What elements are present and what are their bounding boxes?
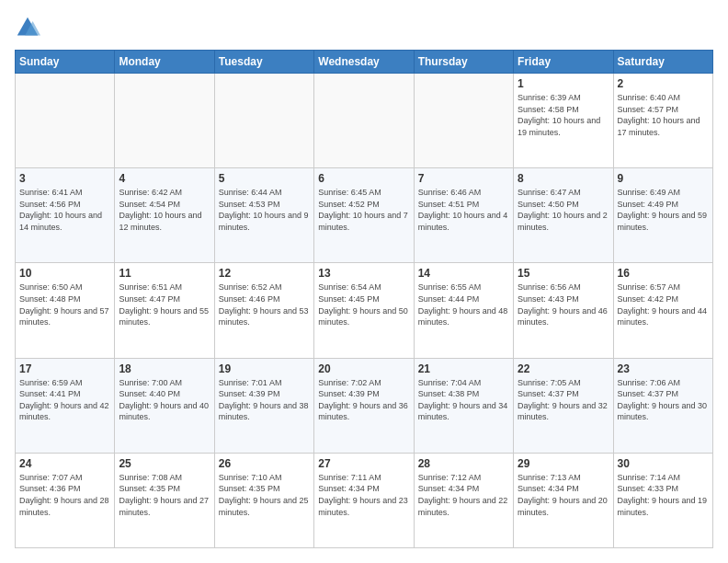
day-number: 12 xyxy=(219,267,310,280)
day-info: Sunrise: 6:55 AM Sunset: 4:44 PM Dayligh… xyxy=(418,282,509,327)
day-info: Sunrise: 7:14 AM Sunset: 4:33 PM Dayligh… xyxy=(618,472,709,518)
day-info: Sunrise: 7:10 AM Sunset: 4:35 PM Dayligh… xyxy=(219,472,310,518)
day-number: 26 xyxy=(219,457,310,470)
day-info: Sunrise: 6:45 AM Sunset: 4:52 PM Dayligh… xyxy=(318,187,409,233)
day-info: Sunrise: 7:02 AM Sunset: 4:39 PM Dayligh… xyxy=(318,377,409,423)
day-number: 1 xyxy=(518,77,609,90)
day-number: 30 xyxy=(618,457,709,470)
calendar-table: SundayMondayTuesdayWednesdayThursdayFrid… xyxy=(15,50,713,548)
calendar-cell: 13Sunrise: 6:54 AM Sunset: 4:45 PM Dayli… xyxy=(314,263,414,358)
day-header-tuesday: Tuesday xyxy=(214,51,313,74)
calendar-cell xyxy=(16,74,115,168)
day-header-saturday: Saturday xyxy=(613,51,712,74)
day-info: Sunrise: 7:07 AM Sunset: 4:36 PM Dayligh… xyxy=(19,472,110,518)
calendar-cell: 20Sunrise: 7:02 AM Sunset: 4:39 PM Dayli… xyxy=(314,358,414,453)
week-row-4: 17Sunrise: 6:59 AM Sunset: 4:41 PM Dayli… xyxy=(16,358,713,453)
calendar-cell: 6Sunrise: 6:45 AM Sunset: 4:52 PM Daylig… xyxy=(314,168,414,263)
week-row-5: 24Sunrise: 7:07 AM Sunset: 4:36 PM Dayli… xyxy=(16,453,713,547)
day-number: 4 xyxy=(119,172,210,185)
day-info: Sunrise: 6:49 AM Sunset: 4:49 PM Dayligh… xyxy=(618,187,709,233)
day-number: 18 xyxy=(119,362,210,375)
day-number: 24 xyxy=(19,457,110,470)
day-info: Sunrise: 7:06 AM Sunset: 4:37 PM Dayligh… xyxy=(618,377,709,423)
calendar-cell: 27Sunrise: 7:11 AM Sunset: 4:34 PM Dayli… xyxy=(314,453,414,547)
day-number: 29 xyxy=(518,457,609,470)
calendar-header-row: SundayMondayTuesdayWednesdayThursdayFrid… xyxy=(16,51,713,74)
day-info: Sunrise: 6:46 AM Sunset: 4:51 PM Dayligh… xyxy=(418,187,509,233)
calendar-cell: 30Sunrise: 7:14 AM Sunset: 4:33 PM Dayli… xyxy=(613,453,712,547)
day-number: 11 xyxy=(119,267,210,280)
day-info: Sunrise: 7:00 AM Sunset: 4:40 PM Dayligh… xyxy=(119,377,210,423)
day-number: 3 xyxy=(19,172,110,185)
day-info: Sunrise: 6:50 AM Sunset: 4:48 PM Dayligh… xyxy=(19,282,110,327)
day-info: Sunrise: 7:13 AM Sunset: 4:34 PM Dayligh… xyxy=(518,472,609,518)
day-number: 6 xyxy=(318,172,409,185)
day-info: Sunrise: 6:47 AM Sunset: 4:50 PM Dayligh… xyxy=(518,187,609,233)
week-row-2: 3Sunrise: 6:41 AM Sunset: 4:56 PM Daylig… xyxy=(16,168,713,263)
calendar-cell xyxy=(115,74,214,168)
day-info: Sunrise: 6:54 AM Sunset: 4:45 PM Dayligh… xyxy=(318,282,409,327)
day-info: Sunrise: 6:56 AM Sunset: 4:43 PM Dayligh… xyxy=(518,282,609,327)
day-info: Sunrise: 6:40 AM Sunset: 4:57 PM Dayligh… xyxy=(618,92,709,138)
header xyxy=(15,15,713,40)
day-info: Sunrise: 6:41 AM Sunset: 4:56 PM Dayligh… xyxy=(19,187,110,233)
calendar-cell: 5Sunrise: 6:44 AM Sunset: 4:53 PM Daylig… xyxy=(214,168,313,263)
day-number: 13 xyxy=(318,267,409,280)
calendar-cell: 8Sunrise: 6:47 AM Sunset: 4:50 PM Daylig… xyxy=(514,168,613,263)
day-header-sunday: Sunday xyxy=(16,51,115,74)
calendar-cell: 25Sunrise: 7:08 AM Sunset: 4:35 PM Dayli… xyxy=(115,453,214,547)
day-number: 25 xyxy=(119,457,210,470)
day-header-friday: Friday xyxy=(514,51,613,74)
calendar-cell: 29Sunrise: 7:13 AM Sunset: 4:34 PM Dayli… xyxy=(514,453,613,547)
logo-icon xyxy=(15,15,40,40)
day-number: 20 xyxy=(318,362,409,375)
calendar-cell: 15Sunrise: 6:56 AM Sunset: 4:43 PM Dayli… xyxy=(514,263,613,358)
day-info: Sunrise: 6:52 AM Sunset: 4:46 PM Dayligh… xyxy=(219,282,310,327)
day-number: 28 xyxy=(418,457,509,470)
calendar-cell: 16Sunrise: 6:57 AM Sunset: 4:42 PM Dayli… xyxy=(613,263,712,358)
calendar-cell: 9Sunrise: 6:49 AM Sunset: 4:49 PM Daylig… xyxy=(613,168,712,263)
calendar-cell xyxy=(214,74,313,168)
calendar-cell: 24Sunrise: 7:07 AM Sunset: 4:36 PM Dayli… xyxy=(16,453,115,547)
day-header-thursday: Thursday xyxy=(414,51,513,74)
day-number: 9 xyxy=(618,172,709,185)
calendar-cell: 4Sunrise: 6:42 AM Sunset: 4:54 PM Daylig… xyxy=(115,168,214,263)
calendar-cell: 7Sunrise: 6:46 AM Sunset: 4:51 PM Daylig… xyxy=(414,168,513,263)
page: SundayMondayTuesdayWednesdayThursdayFrid… xyxy=(0,0,728,563)
day-info: Sunrise: 6:59 AM Sunset: 4:41 PM Dayligh… xyxy=(19,377,110,423)
calendar-cell: 11Sunrise: 6:51 AM Sunset: 4:47 PM Dayli… xyxy=(115,263,214,358)
day-info: Sunrise: 6:42 AM Sunset: 4:54 PM Dayligh… xyxy=(119,187,210,233)
day-number: 8 xyxy=(518,172,609,185)
day-info: Sunrise: 6:57 AM Sunset: 4:42 PM Dayligh… xyxy=(618,282,709,327)
day-number: 19 xyxy=(219,362,310,375)
calendar-cell: 2Sunrise: 6:40 AM Sunset: 4:57 PM Daylig… xyxy=(613,74,712,168)
calendar-cell: 1Sunrise: 6:39 AM Sunset: 4:58 PM Daylig… xyxy=(514,74,613,168)
calendar-cell: 14Sunrise: 6:55 AM Sunset: 4:44 PM Dayli… xyxy=(414,263,513,358)
day-number: 10 xyxy=(19,267,110,280)
day-number: 14 xyxy=(418,267,509,280)
calendar-body: 1Sunrise: 6:39 AM Sunset: 4:58 PM Daylig… xyxy=(16,74,713,548)
calendar-cell: 23Sunrise: 7:06 AM Sunset: 4:37 PM Dayli… xyxy=(613,358,712,453)
day-info: Sunrise: 7:05 AM Sunset: 4:37 PM Dayligh… xyxy=(518,377,609,423)
week-row-3: 10Sunrise: 6:50 AM Sunset: 4:48 PM Dayli… xyxy=(16,263,713,358)
calendar-cell: 3Sunrise: 6:41 AM Sunset: 4:56 PM Daylig… xyxy=(16,168,115,263)
day-info: Sunrise: 7:04 AM Sunset: 4:38 PM Dayligh… xyxy=(418,377,509,423)
calendar-cell: 26Sunrise: 7:10 AM Sunset: 4:35 PM Dayli… xyxy=(214,453,313,547)
day-number: 27 xyxy=(318,457,409,470)
day-info: Sunrise: 7:01 AM Sunset: 4:39 PM Dayligh… xyxy=(219,377,310,423)
calendar-cell: 21Sunrise: 7:04 AM Sunset: 4:38 PM Dayli… xyxy=(414,358,513,453)
calendar-cell xyxy=(414,74,513,168)
day-number: 15 xyxy=(518,267,609,280)
day-info: Sunrise: 6:44 AM Sunset: 4:53 PM Dayligh… xyxy=(219,187,310,233)
day-info: Sunrise: 7:11 AM Sunset: 4:34 PM Dayligh… xyxy=(318,472,409,518)
day-header-wednesday: Wednesday xyxy=(314,51,414,74)
calendar-cell: 28Sunrise: 7:12 AM Sunset: 4:34 PM Dayli… xyxy=(414,453,513,547)
day-number: 16 xyxy=(618,267,709,280)
day-number: 23 xyxy=(618,362,709,375)
day-info: Sunrise: 6:39 AM Sunset: 4:58 PM Dayligh… xyxy=(518,92,609,138)
calendar-cell: 17Sunrise: 6:59 AM Sunset: 4:41 PM Dayli… xyxy=(16,358,115,453)
calendar-cell: 12Sunrise: 6:52 AM Sunset: 4:46 PM Dayli… xyxy=(214,263,313,358)
logo xyxy=(15,15,44,40)
day-number: 2 xyxy=(618,77,709,90)
calendar-cell: 10Sunrise: 6:50 AM Sunset: 4:48 PM Dayli… xyxy=(16,263,115,358)
